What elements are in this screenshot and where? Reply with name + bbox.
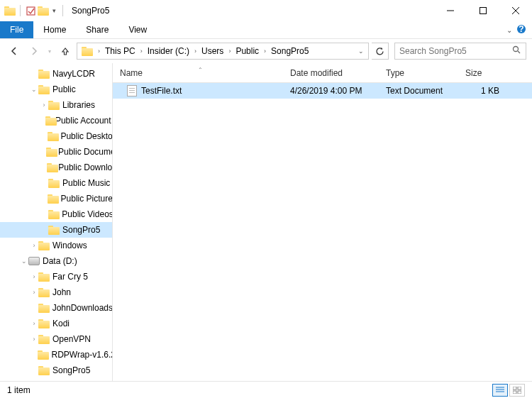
search-input[interactable] [399, 46, 512, 56]
ribbon-expand-icon[interactable]: ⌄ [506, 26, 512, 34]
tree-item[interactable]: SongPro5 [0, 222, 112, 238]
folder-icon [46, 148, 55, 157]
tree-item-label: Public Downloads [58, 162, 112, 172]
maximize-button[interactable] [467, 0, 499, 21]
breadcrumb-item[interactable]: SongPro5 [268, 46, 311, 56]
tree-item[interactable]: ›Libraries [0, 97, 112, 113]
qat-properties-icon[interactable] [25, 6, 36, 16]
expand-icon[interactable]: › [30, 273, 38, 280]
expand-icon[interactable]: › [30, 320, 38, 327]
svg-rect-12 [513, 387, 516, 389]
col-header-name[interactable]: Name⌃ [113, 68, 283, 78]
tree-item-label: JohnDownloads [52, 303, 112, 313]
tree-item[interactable]: SongPro5 [0, 363, 112, 378]
forward-button[interactable] [26, 43, 43, 60]
breadcrumb-item[interactable]: Insider (C:) [145, 46, 192, 56]
tree-item[interactable]: ›John [0, 284, 112, 300]
collapse-icon[interactable]: ⌄ [20, 258, 28, 265]
expand-icon[interactable]: › [30, 242, 38, 249]
tree-item-label: SongPro5 [62, 225, 100, 235]
expand-icon[interactable]: › [40, 101, 48, 109]
tree-item-label: Public Desktop [60, 131, 112, 141]
svg-rect-13 [518, 387, 521, 389]
tree-item[interactable]: JohnDownloads [0, 300, 112, 316]
tree-item[interactable]: Public Videos [0, 206, 112, 222]
file-size: 1 KB [458, 86, 508, 96]
tree-item[interactable]: RDPWrap-v1.6.2 [0, 347, 112, 363]
folder-icon [48, 101, 60, 110]
up-button[interactable] [57, 43, 74, 60]
col-header-date[interactable]: Date modified [283, 68, 379, 78]
minimize-button[interactable] [434, 0, 467, 21]
tree-item-label: Public Account Pictures [55, 116, 112, 126]
folder-icon [38, 366, 50, 375]
title-bar: ▾ SongPro5 [0, 0, 532, 21]
status-item-count: 1 item [7, 385, 31, 395]
refresh-button[interactable] [372, 43, 389, 60]
tree-item[interactable]: Public Downloads [0, 160, 112, 175]
chevron-right-icon[interactable]: › [192, 48, 199, 55]
file-date: 4/26/2019 4:00 PM [283, 86, 379, 96]
file-row[interactable]: TestFile.txt4/26/2019 4:00 PMText Docume… [113, 83, 532, 99]
recent-dropdown[interactable]: ▾ [45, 43, 54, 60]
col-header-size[interactable]: Size [458, 68, 508, 78]
tree-item[interactable]: ›Windows [0, 238, 112, 253]
tree-item[interactable]: ›Kodi [0, 316, 112, 331]
folder-icon [38, 272, 50, 282]
details-view-button[interactable] [492, 384, 508, 397]
expand-icon[interactable]: › [30, 289, 38, 296]
chevron-right-icon[interactable]: › [96, 48, 102, 55]
tree-item[interactable]: ›Far Cry 5 [0, 269, 112, 284]
tree-item[interactable]: ⌄Data (D:) [0, 253, 112, 269]
tree-item[interactable]: Public Pictures [0, 191, 112, 206]
tree-item-label: NavyLCDR [52, 69, 95, 79]
breadcrumb-item[interactable]: This PC [102, 46, 138, 56]
address-dropdown-icon[interactable]: ⌄ [355, 48, 367, 55]
file-list-pane: Name⌃ Date modified Type Size TestFile.t… [113, 63, 532, 381]
folder-icon [38, 350, 48, 360]
tree-item-label: SongPro5 [52, 365, 90, 375]
tab-share[interactable]: Share [76, 21, 118, 38]
folder-icon [45, 116, 52, 126]
help-icon[interactable]: ? [516, 24, 526, 36]
folder-tree[interactable]: NavyLCDR⌄Public›LibrariesPublic Account … [0, 63, 113, 381]
text-file-icon [127, 85, 137, 96]
address-bar[interactable]: › This PC › Insider (C:) › Users › Publi… [77, 43, 369, 60]
folder-icon [47, 163, 56, 172]
tree-item[interactable]: NavyLCDR [0, 66, 112, 82]
column-headers: Name⌃ Date modified Type Size [113, 63, 532, 83]
icons-view-button[interactable] [509, 384, 525, 397]
tree-item[interactable]: Public Music [0, 175, 112, 191]
tab-home[interactable]: Home [33, 21, 76, 38]
breadcrumb-item[interactable]: Public [233, 46, 262, 56]
status-bar: 1 item [0, 381, 532, 398]
tree-item[interactable]: Public Desktop [0, 128, 112, 144]
folder-icon [48, 132, 58, 141]
chevron-right-icon[interactable]: › [138, 48, 145, 55]
tree-item-label: John [52, 287, 71, 297]
chevron-right-icon[interactable]: › [262, 48, 268, 55]
tree-item-label: Public Pictures [61, 194, 112, 204]
tree-item[interactable]: ›OpenVPN [0, 331, 112, 347]
collapse-icon[interactable]: ⌄ [30, 86, 38, 93]
col-header-type[interactable]: Type [379, 68, 458, 78]
folder-icon [38, 288, 50, 297]
search-icon[interactable] [512, 45, 521, 57]
folder-icon [38, 319, 50, 328]
tree-item[interactable]: Public Documents [0, 144, 112, 160]
tree-item[interactable]: Public Account Pictures [0, 113, 112, 128]
expand-icon[interactable]: › [30, 336, 38, 343]
qat-dropdown-icon[interactable]: ▾ [50, 7, 58, 14]
tree-item[interactable]: ⌄Public [0, 82, 112, 97]
tree-item-label: Data (D:) [43, 256, 77, 266]
breadcrumb-item[interactable]: Users [199, 46, 226, 56]
qat-newfolder-icon[interactable] [38, 6, 49, 16]
back-button[interactable] [6, 43, 23, 60]
chevron-right-icon[interactable]: › [226, 48, 233, 55]
search-box[interactable] [394, 43, 526, 60]
tab-file[interactable]: File [0, 21, 33, 38]
tab-view[interactable]: View [118, 21, 157, 38]
close-button[interactable] [499, 0, 532, 21]
tree-item-label: Far Cry 5 [52, 272, 88, 282]
tree-item-label: Public [52, 84, 76, 94]
